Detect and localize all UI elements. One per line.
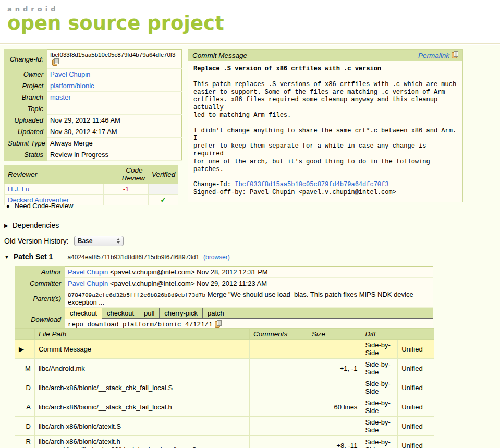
change-info-panel: Change-Id: Ibcf033f8d15aa5b10c05c879fd4b…	[4, 49, 182, 161]
unified-link[interactable]: Unified	[398, 378, 434, 397]
copy-icon[interactable]	[52, 58, 59, 67]
unified-link[interactable]: Unified	[398, 436, 434, 448]
file-path-col-header: File Path	[34, 329, 249, 340]
chevron-down-icon: ▼	[4, 254, 9, 260]
verified-check-icon: ✓	[149, 195, 178, 205]
status-label: Status	[5, 149, 47, 161]
side-by-side-link[interactable]: Side-by-Side	[361, 359, 398, 378]
size-col-header: Size	[308, 329, 361, 340]
unified-link[interactable]: Unified	[398, 340, 434, 359]
author-label: Author	[15, 267, 65, 278]
patch-set-toggle[interactable]: ▼Patch Set 1	[4, 252, 53, 261]
info-row-owner: Owner Pavel Chupin	[5, 69, 182, 80]
file-comments	[250, 340, 308, 359]
parent-sha: 8784709a2cfe6d32b5fff2c6b826b8d9cbf73d7b	[68, 292, 205, 298]
submit-type-label: Submit Type	[5, 138, 47, 149]
committer-link[interactable]: Pavel Chupin	[68, 280, 108, 287]
old-version-history-label: Old Version History:	[4, 237, 69, 245]
patch-set-sha: a4024eaf85711b931d8d86f715db9f67f68973d1	[67, 253, 199, 261]
file-row[interactable]: M libc/Android.mk +1, -1 Side-by-Side Un…	[15, 359, 434, 378]
commit-subject: Replace .S version of x86 crtfiles with …	[193, 65, 457, 73]
side-by-side-link[interactable]: Side-by-Side	[361, 378, 398, 397]
patch-set-label: Patch Set 1	[14, 252, 53, 261]
info-row-submit-type: Submit Type Always Merge	[5, 138, 182, 149]
uploaded-label: Uploaded	[5, 115, 47, 126]
side-by-side-link[interactable]: Side-by-Side	[361, 436, 398, 448]
file-row[interactable]: A libc/arch-x86/bionic/__stack_chk_fail_…	[15, 397, 434, 417]
branch-link[interactable]: master	[50, 93, 71, 101]
file-row[interactable]: D libc/arch-x86/bionic/atexit.S Side-by-…	[15, 417, 434, 436]
topic-label: Topic	[5, 103, 47, 115]
file-size	[308, 340, 361, 359]
file-size: 60 lines	[308, 397, 361, 417]
unified-link[interactable]: Unified	[398, 359, 434, 378]
reviewer-table: Reviewer Code-Review Verified H.J. Lu -1…	[4, 165, 178, 205]
file-comments	[250, 436, 308, 448]
file-row-renamed[interactable]: R libc/arch-x86/bionic/atexit.hrenamed f…	[15, 436, 434, 448]
commit-message-title: Commit Message	[192, 52, 247, 59]
site-header: android open source project	[0, 0, 500, 44]
info-row-change-id: Change-Id: Ibcf033f8d15aa5b10c05c879fd4b…	[5, 50, 182, 69]
rename-note: renamed from libc/arch-x86/bionic/__dso_…	[39, 445, 246, 448]
file-comments	[250, 359, 308, 378]
commit-change-id-link[interactable]: Ibcf033f8d15aa5b10c05c879fd4b79a64dfc70f…	[235, 181, 388, 188]
file-status: M	[15, 359, 35, 378]
permalink-link[interactable]: Permalink	[418, 52, 449, 59]
need-code-review-text: Need Code-Review	[15, 202, 74, 210]
copy-icon[interactable]	[452, 51, 458, 60]
owner-link[interactable]: Pavel Chupin	[50, 70, 90, 78]
info-row-branch: Branch master	[5, 92, 182, 103]
file-comments	[250, 417, 308, 436]
gerrit-change-page: android open source project Change-Id: I…	[0, 0, 500, 448]
download-command: repo download platform/bionic 47121/1	[68, 321, 213, 329]
side-by-side-link[interactable]: Side-by-Side	[361, 417, 398, 436]
commit-change-id-label: Change-Id:	[193, 181, 235, 188]
download-tab-checkout-2[interactable]: checkout	[102, 308, 139, 318]
file-comments	[250, 397, 308, 417]
patch-set-header: ▼Patch Set 1 a4024eaf85711b931d8d86f715d…	[4, 252, 230, 261]
change-id-value: Ibcf033f8d15aa5b10c05c879fd4b79a64dfc70f…	[50, 52, 175, 58]
updated-value: Nov 30, 2012 4:17 AM	[47, 126, 182, 138]
commit-body-text: This patch replaces .S versions of x86 c…	[193, 81, 457, 174]
bullet-icon: ●	[6, 203, 10, 209]
file-size	[308, 378, 361, 397]
file-size: +8, -11	[308, 436, 361, 448]
dependencies-toggle[interactable]: ▶Dependencies	[4, 221, 59, 229]
file-path: libc/arch-x86/bionic/__stack_chk_fail_lo…	[34, 397, 249, 417]
download-tab-checkout[interactable]: checkout	[65, 308, 102, 319]
file-comments	[250, 378, 308, 397]
file-row-commit-message[interactable]: ▶ Commit Message Side-by-Side Unified	[15, 340, 434, 359]
committer-row: Committer Pavel Chupin <pavel.v.chupin@i…	[15, 278, 433, 289]
download-tab-patch[interactable]: patch	[203, 308, 229, 318]
old-version-history-select[interactable]: Base	[74, 236, 124, 246]
code-review-score: -1	[104, 184, 149, 195]
project-link[interactable]: platform/bionic	[50, 82, 94, 90]
info-row-project: Project platform/bionic	[5, 80, 182, 92]
reviewer-col-header: Reviewer	[5, 165, 104, 184]
committer-details: <pavel.v.chupin@intel.com> Nov 29, 2012 …	[108, 280, 267, 287]
browser-link[interactable]: (browser)	[203, 253, 230, 261]
file-row[interactable]: D libc/arch-x86/bionic/__stack_chk_fail_…	[15, 378, 434, 397]
download-tab-pull[interactable]: pull	[139, 308, 160, 318]
unified-link[interactable]: Unified	[398, 417, 434, 436]
verified-col-header: Verified	[149, 165, 178, 184]
download-tab-cherry-pick[interactable]: cherry-pick	[160, 308, 203, 318]
verified-score	[149, 184, 178, 195]
dependencies-label: Dependencies	[13, 221, 59, 229]
file-path: libc/Android.mk	[34, 359, 249, 378]
change-id-label: Change-Id:	[5, 50, 47, 69]
info-row-uploaded: Uploaded Nov 29, 2012 11:46 AM	[5, 115, 182, 126]
project-label: Project	[5, 80, 47, 92]
info-row-updated: Updated Nov 30, 2012 4:17 AM	[5, 126, 182, 138]
reviewer-link[interactable]: H.J. Lu	[8, 185, 29, 193]
side-by-side-link[interactable]: Side-by-Side	[361, 340, 398, 359]
page-content: Change-Id: Ibcf033f8d15aa5b10c05c879fd4b…	[0, 45, 500, 448]
stepper-arrows-icon	[117, 238, 120, 244]
file-status: R	[15, 436, 35, 448]
branch-label: Branch	[5, 92, 47, 103]
side-by-side-link[interactable]: Side-by-Side	[361, 397, 398, 417]
unified-link[interactable]: Unified	[398, 397, 434, 417]
file-path: libc/arch-x86/bionic/__stack_chk_fail_lo…	[34, 378, 249, 397]
author-row: Author Pavel Chupin <pavel.v.chupin@inte…	[15, 267, 433, 278]
author-link[interactable]: Pavel Chupin	[68, 268, 108, 276]
